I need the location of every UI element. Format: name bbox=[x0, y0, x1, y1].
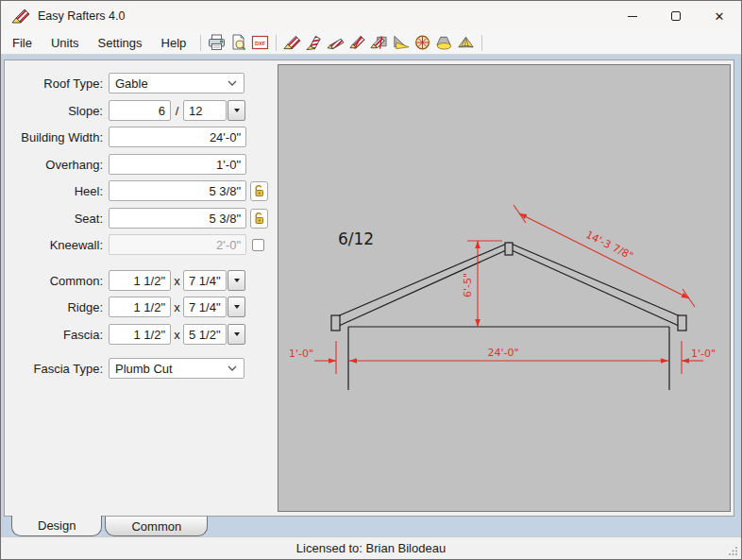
span-dimension: 24'-0" bbox=[487, 347, 518, 359]
drawing-canvas[interactable]: 6/12 14'-3 7/8" 6'-5" 24'-0" 1'-0" 1'-0" bbox=[278, 64, 731, 512]
building-width-label: Building Width: bbox=[5, 130, 109, 144]
gambrel-roof-button[interactable] bbox=[455, 33, 477, 53]
shed-roof-button[interactable] bbox=[390, 33, 412, 53]
minimize-button[interactable] bbox=[611, 1, 654, 31]
print-button[interactable] bbox=[206, 33, 228, 53]
overhang-label: Overhang: bbox=[5, 158, 109, 172]
title-bar: Easy Rafters 4.0 ✕ bbox=[1, 1, 741, 31]
fascia-depth-input[interactable] bbox=[183, 324, 227, 345]
overhang-input[interactable] bbox=[109, 154, 246, 175]
shed-roof-icon bbox=[392, 34, 410, 51]
ridge-width-input[interactable] bbox=[109, 297, 171, 317]
window-controls: ✕ bbox=[611, 1, 741, 31]
gambrel-roof-icon bbox=[457, 34, 475, 51]
seat-label: Seat: bbox=[5, 212, 109, 226]
chevron-down-icon bbox=[228, 80, 237, 86]
heel-lock-button[interactable] bbox=[250, 181, 268, 201]
slope-run-input[interactable] bbox=[183, 100, 227, 121]
valley-rafter-button[interactable] bbox=[325, 33, 346, 53]
fascia-depth-dropdown-button[interactable] bbox=[228, 324, 245, 345]
common-width-input[interactable] bbox=[109, 270, 171, 291]
right-fascia-board bbox=[678, 315, 686, 331]
fascia-x-separator: x bbox=[171, 328, 183, 342]
menu-units[interactable]: Units bbox=[42, 33, 89, 53]
heel-input[interactable] bbox=[109, 180, 246, 201]
ridge-depth-dropdown-button[interactable] bbox=[228, 297, 245, 317]
print-preview-icon bbox=[229, 34, 247, 51]
ridge-size-label: Ridge: bbox=[5, 300, 109, 314]
tab-design[interactable]: Design bbox=[11, 516, 102, 536]
slope-separator: / bbox=[171, 104, 183, 118]
ridge-depth-input[interactable] bbox=[183, 297, 227, 317]
close-button[interactable]: ✕ bbox=[698, 1, 741, 31]
roof-diagram: 6/12 14'-3 7/8" 6'-5" 24'-0" 1'-0" 1'-0" bbox=[278, 65, 730, 511]
ridge-depth-combo bbox=[183, 297, 245, 317]
print-preview-button[interactable] bbox=[228, 33, 249, 53]
right-overhang-dimension: 1'-0" bbox=[691, 348, 716, 360]
fascia-type-row: Fascia Type: Plumb Cut bbox=[5, 358, 278, 379]
resize-grip[interactable] bbox=[728, 546, 738, 556]
cone-roof-icon bbox=[435, 34, 453, 51]
seat-lock-button[interactable] bbox=[250, 209, 268, 229]
roof-type-label: Roof Type: bbox=[5, 76, 109, 91]
building-width-row: Building Width: bbox=[5, 127, 278, 147]
roof-type-select[interactable]: Gable bbox=[109, 73, 245, 93]
window-title: Easy Rafters 4.0 bbox=[38, 9, 125, 23]
license-text: Licensed to: Brian Bilodeau bbox=[296, 541, 446, 555]
heel-row: Heel: bbox=[5, 180, 278, 201]
tab-common[interactable]: Common bbox=[105, 517, 208, 536]
rise-dimension: 6'-5" bbox=[462, 273, 474, 297]
common-x-separator: x bbox=[171, 274, 183, 288]
round-tower-roof-icon bbox=[413, 34, 431, 51]
seat-input[interactable] bbox=[109, 208, 246, 229]
left-overhang-dimension: 1'-0" bbox=[289, 348, 313, 360]
slope-label: Slope: bbox=[5, 104, 109, 118]
dimension-arrowheads bbox=[329, 213, 689, 364]
kneewall-checkbox[interactable] bbox=[252, 239, 264, 251]
status-bar: Licensed to: Brian Bilodeau bbox=[1, 536, 741, 559]
fascia-type-select[interactable]: Plumb Cut bbox=[109, 358, 245, 379]
print-icon bbox=[208, 34, 226, 51]
jack-rafter-button[interactable] bbox=[346, 33, 368, 53]
common-rafter-icon bbox=[283, 34, 301, 51]
minimize-icon bbox=[628, 16, 637, 17]
cone-roof-button[interactable] bbox=[433, 33, 455, 53]
slope-row: Slope: / bbox=[5, 100, 278, 121]
fascia-width-input[interactable] bbox=[109, 324, 171, 345]
common-depth-combo bbox=[183, 270, 245, 291]
maximize-icon bbox=[671, 11, 681, 21]
building-width-input[interactable] bbox=[109, 127, 246, 147]
overhang-row: Overhang: bbox=[5, 154, 278, 175]
roof-type-row: Roof Type: Gable bbox=[5, 73, 278, 93]
common-rafter-button[interactable] bbox=[281, 33, 303, 53]
dropdown-arrow-icon bbox=[234, 279, 240, 282]
menu-bar: File Units Settings Help bbox=[1, 31, 741, 55]
cripple-jack-rafter-button[interactable] bbox=[368, 33, 390, 53]
maximize-button[interactable] bbox=[654, 1, 698, 31]
close-icon: ✕ bbox=[715, 10, 725, 23]
common-depth-dropdown-button[interactable] bbox=[228, 270, 245, 291]
unlock-icon bbox=[253, 184, 265, 197]
fascia-size-label: Fascia: bbox=[5, 328, 109, 342]
kneewall-label: Kneewall: bbox=[5, 238, 109, 252]
menu-settings[interactable]: Settings bbox=[89, 33, 152, 53]
round-tower-roof-button[interactable] bbox=[412, 33, 433, 53]
hip-rafter-icon bbox=[305, 34, 323, 51]
common-depth-input[interactable] bbox=[183, 270, 227, 291]
valley-rafter-icon bbox=[327, 34, 345, 51]
fascia-size-row: Fascia: x bbox=[5, 324, 278, 345]
tab-strip: Design Common bbox=[4, 516, 211, 536]
toolbar-separator bbox=[481, 35, 482, 51]
svg-text:DXF: DXF bbox=[255, 41, 266, 46]
hip-rafter-button[interactable] bbox=[303, 33, 325, 53]
dropdown-arrow-icon bbox=[234, 332, 240, 336]
kneewall-input bbox=[109, 234, 246, 255]
slope-rise-input[interactable] bbox=[109, 100, 171, 121]
slope-run-dropdown-button[interactable] bbox=[228, 100, 245, 121]
menu-help[interactable]: Help bbox=[152, 33, 196, 53]
app-logo-icon bbox=[11, 8, 30, 25]
chevron-down-icon bbox=[228, 365, 237, 371]
dxf-export-button[interactable]: DXF bbox=[249, 33, 271, 53]
menu-file[interactable]: File bbox=[3, 33, 42, 53]
dropdown-arrow-icon bbox=[234, 109, 240, 112]
